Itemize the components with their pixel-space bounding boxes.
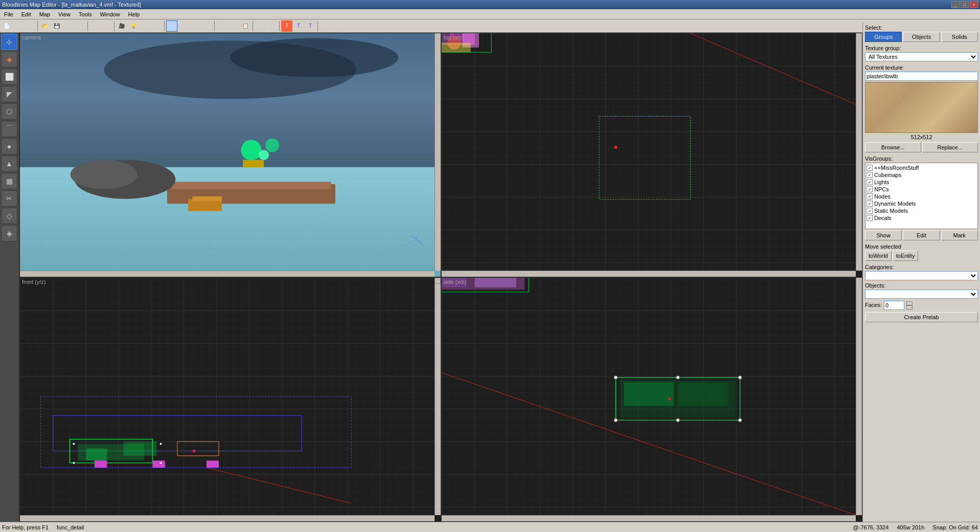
- camera-vscroll[interactable]: [435, 33, 441, 271]
- texture-group-section: Texture group: All Textures: [865, 45, 978, 61]
- toolbar-select[interactable]: ⊹: [166, 20, 177, 32]
- top-hscroll[interactable]: [442, 271, 856, 277]
- toolbar-rotate[interactable]: ↻: [190, 20, 201, 32]
- svg-rect-53: [177, 441, 219, 456]
- tool-clip[interactable]: ✂: [1, 190, 17, 207]
- toolbar-move[interactable]: ✛: [178, 20, 189, 32]
- side-vscroll[interactable]: [856, 278, 862, 515]
- visgroup-dynamic[interactable]: ✓ Dynamic Models: [867, 200, 976, 207]
- visgroup-check-nodes[interactable]: ✓: [867, 193, 873, 199]
- toolbar-cordon[interactable]: ⊠: [320, 20, 331, 32]
- menu-tools[interactable]: Tools: [77, 11, 94, 18]
- corner-resize[interactable]: [435, 278, 441, 284]
- texture-group-select[interactable]: All Textures: [865, 52, 978, 61]
- camera-hscroll[interactable]: [20, 271, 435, 277]
- visgroup-lights[interactable]: ✓ Lights: [867, 179, 976, 186]
- tool-entity[interactable]: ◈: [1, 51, 17, 68]
- visgroup-missstuff[interactable]: ✓ ++MissRoomStuff: [867, 164, 976, 171]
- faces-input[interactable]: [884, 301, 904, 310]
- menu-edit[interactable]: Edit: [19, 11, 33, 18]
- viewport-side[interactable]: side (x/z): [441, 277, 863, 522]
- toolbar-new[interactable]: 📄: [1, 20, 12, 32]
- select-objects-btn[interactable]: Objects: [903, 32, 940, 42]
- toolbar-grid2[interactable]: ⊟: [25, 20, 36, 32]
- right-panel: Select: Groups Objects Solids Texture gr…: [862, 23, 980, 522]
- toolbar-copy[interactable]: ⊞: [228, 20, 239, 32]
- menu-file[interactable]: File: [2, 11, 15, 18]
- menu-window[interactable]: Window: [98, 11, 122, 18]
- tool-sphere[interactable]: ●: [1, 138, 17, 154]
- browse-btn[interactable]: Browse...: [865, 142, 921, 152]
- toolbar-cut[interactable]: ✂: [216, 20, 227, 32]
- tool-decal[interactable]: ◈: [1, 225, 17, 241]
- visgroup-check-missstuff[interactable]: ✓: [867, 165, 873, 171]
- replace-btn[interactable]: Replace...: [922, 142, 978, 152]
- categories-select[interactable]: [865, 271, 978, 280]
- to-world-btn[interactable]: toWorld: [865, 251, 892, 261]
- toolbar-settings[interactable]: ⚙: [331, 20, 343, 32]
- left-panel: ⊹ ◈ ⬜ ◤ ⬡ ⌒ ● ▲ ▦ ✂ ◇ ◈: [0, 33, 19, 522]
- visgroup-static[interactable]: ✓ Static Models: [867, 207, 976, 214]
- toolbar-texture2[interactable]: T: [293, 20, 304, 32]
- visgroup-npcs[interactable]: ✓ NPCs: [867, 186, 976, 193]
- select-solids-btn[interactable]: Solids: [941, 32, 978, 42]
- visgroup-check-lights[interactable]: ✓: [867, 179, 873, 185]
- front-hscroll[interactable]: [20, 515, 435, 521]
- toolbar-save[interactable]: 💾: [51, 20, 62, 32]
- vis-show-btn[interactable]: Show: [865, 230, 902, 240]
- visgroup-check-cubemaps[interactable]: ✓: [867, 172, 873, 178]
- visgroup-check-static[interactable]: ✓: [867, 208, 873, 214]
- select-groups-btn[interactable]: Groups: [865, 32, 902, 42]
- toolbar-undo2[interactable]: ✦: [63, 20, 74, 32]
- toolbar-texture1[interactable]: T: [281, 20, 292, 32]
- visgroup-check-decals[interactable]: ✓: [867, 215, 873, 221]
- toolbar-light[interactable]: 💡: [128, 20, 139, 32]
- maximize-btn[interactable]: □: [961, 1, 969, 8]
- menu-help[interactable]: Help: [126, 11, 142, 18]
- to-entity-btn[interactable]: toEntity: [893, 251, 919, 261]
- objects-select[interactable]: [865, 290, 978, 299]
- toolbar-paste[interactable]: 📋: [240, 20, 251, 32]
- toolbar-undo[interactable]: ↩: [89, 20, 101, 32]
- tool-block[interactable]: ⬜: [1, 69, 17, 85]
- toolbar-camera[interactable]: 🎥: [116, 20, 127, 32]
- viewport-front[interactable]: front (y/z): [19, 277, 441, 522]
- toolbar-entity[interactable]: ◈: [140, 20, 151, 32]
- top-vscroll[interactable]: [856, 33, 862, 271]
- visgroup-nodes[interactable]: ✓ Nodes: [867, 193, 976, 200]
- side-hscroll[interactable]: [442, 515, 856, 521]
- toolbar-prop[interactable]: ⬡: [151, 20, 163, 32]
- close-btn[interactable]: ×: [970, 1, 978, 8]
- toolbar-redo[interactable]: ↪: [101, 20, 112, 32]
- toolbar-texture3[interactable]: T: [305, 20, 316, 32]
- toolbar-open[interactable]: 📂: [39, 20, 51, 32]
- tool-wedge[interactable]: ◤: [1, 86, 17, 102]
- faces-down-btn[interactable]: ▼: [906, 305, 913, 309]
- visgroup-check-dynamic[interactable]: ✓: [867, 201, 873, 207]
- viewport-camera[interactable]: camera: [19, 33, 441, 277]
- vis-edit-btn[interactable]: Edit: [903, 230, 940, 240]
- menu-view[interactable]: View: [56, 11, 73, 18]
- front-vscroll[interactable]: [435, 278, 441, 515]
- vis-mark-btn[interactable]: Mark: [941, 230, 978, 240]
- tool-vertex[interactable]: ◇: [1, 208, 17, 224]
- viewport-top[interactable]: top (x/y): [441, 33, 863, 277]
- tool-cylinder[interactable]: ⬡: [1, 103, 17, 120]
- toolbar-grid[interactable]: ⊞: [13, 20, 24, 32]
- tool-cone[interactable]: ▲: [1, 156, 17, 172]
- tool-texture[interactable]: ▦: [1, 173, 17, 189]
- current-texture-input[interactable]: [865, 72, 978, 81]
- menu-map[interactable]: Map: [37, 11, 52, 18]
- visgroup-cubemaps[interactable]: ✓ Cubemaps: [867, 171, 976, 179]
- visgroup-check-npcs[interactable]: ✓: [867, 186, 873, 192]
- create-prelab-btn[interactable]: Create Prelab: [865, 312, 978, 322]
- toolbar-redo2[interactable]: ✧: [75, 20, 86, 32]
- faces-up-btn[interactable]: ▲: [906, 301, 913, 305]
- minimize-btn[interactable]: _: [951, 1, 960, 8]
- toolbar-run[interactable]: ▶▶: [266, 20, 278, 32]
- toolbar-compile[interactable]: ▶: [255, 20, 266, 32]
- visgroup-decals[interactable]: ✓ Decals: [867, 214, 976, 221]
- toolbar-scale[interactable]: ⤡: [201, 20, 213, 32]
- tool-arch[interactable]: ⌒: [1, 121, 17, 137]
- tool-select[interactable]: ⊹: [1, 34, 17, 50]
